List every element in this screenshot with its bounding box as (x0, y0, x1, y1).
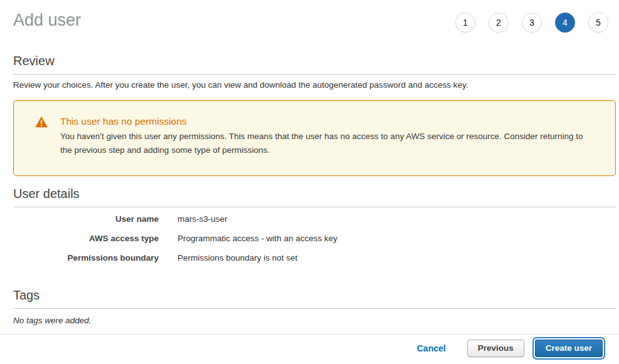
user-details-list: User name mars-s3-user AWS access type P… (13, 214, 616, 273)
step-indicator: 1 2 3 4 5 (455, 13, 608, 33)
cancel-link[interactable]: Cancel (417, 343, 446, 353)
warning-text-block: This user has no permissions You haven't… (60, 115, 593, 157)
wizard-header: Add user 1 2 3 4 5 (0, 0, 619, 33)
step-3[interactable]: 3 (522, 13, 542, 33)
detail-row-access-type: AWS access type Programmatic access - wi… (13, 234, 616, 253)
detail-value: Programmatic access - with an access key (177, 234, 337, 243)
review-description: Review your choices. After you create th… (13, 80, 616, 90)
tags-empty-message: No tags were added. (13, 316, 616, 325)
create-user-button[interactable]: Create user (535, 340, 603, 357)
detail-label: AWS access type (13, 234, 159, 243)
detail-label: Permissions boundary (13, 253, 159, 263)
warning-body: You haven't given this user any permissi… (60, 130, 593, 157)
warning-title: This user has no permissions (60, 115, 593, 127)
page-title: Add user (13, 10, 81, 30)
warning-triangle-icon (35, 116, 48, 128)
wizard-footer: Cancel Previous Create user (0, 334, 619, 364)
step-2[interactable]: 2 (489, 13, 509, 33)
detail-row-user-name: User name mars-s3-user (13, 214, 616, 234)
step-4-active[interactable]: 4 (555, 13, 575, 33)
review-section-heading: Review (13, 54, 616, 75)
step-1[interactable]: 1 (455, 13, 475, 33)
tags-section-heading: Tags (13, 288, 616, 309)
no-permissions-warning-box: This user has no permissions You haven't… (13, 100, 616, 176)
detail-row-permissions-boundary: Permissions boundary Permissions boundar… (13, 253, 616, 273)
detail-label: User name (13, 214, 159, 224)
detail-value: Permissions boundary is not set (177, 253, 297, 263)
detail-value: mars-s3-user (177, 214, 228, 224)
step-5[interactable]: 5 (588, 13, 608, 33)
user-details-section-heading: User details (13, 187, 616, 207)
previous-button[interactable]: Previous (467, 340, 524, 357)
main-content: Review Review your choices. After you cr… (0, 54, 619, 325)
